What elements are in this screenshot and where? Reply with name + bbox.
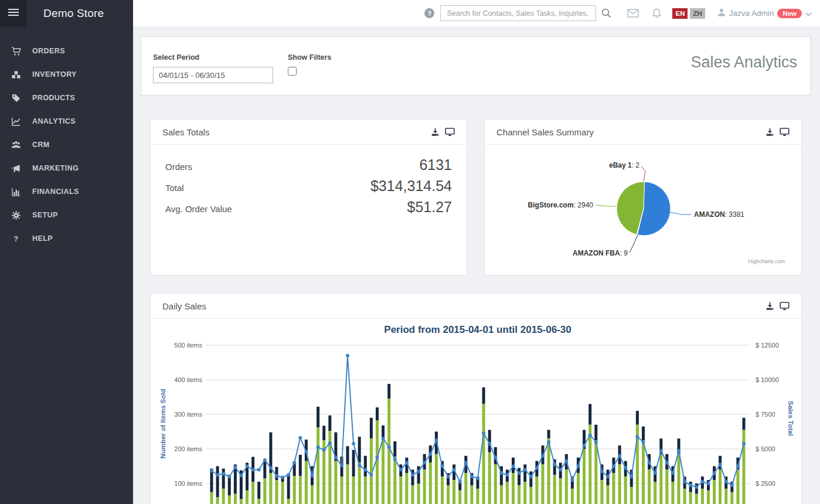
period-input[interactable]: [153, 67, 273, 83]
filter-panel: Select Period Show Filters Sales Analyti…: [141, 36, 811, 96]
stat-label: Avg. Order Value: [165, 204, 232, 214]
select-period-group: Select Period: [153, 53, 273, 83]
svg-text:$ 5000: $ 5000: [756, 445, 775, 452]
user-name: Jazva Admin: [729, 9, 774, 18]
download-icon[interactable]: [765, 128, 774, 137]
show-filters-group: Show Filters: [288, 53, 331, 78]
show-filters-checkbox[interactable]: [288, 67, 297, 76]
daily-sales-chart: 500 items$ 12500400 items$ 10000300 item…: [151, 319, 801, 504]
svg-text:200 items: 200 items: [174, 445, 202, 452]
sidebar-item-label: INVENTORY: [32, 70, 77, 79]
sales-totals-header: Sales Totals: [151, 120, 467, 145]
lang-en-button[interactable]: EN: [672, 8, 688, 19]
monitor-icon[interactable]: [780, 302, 790, 311]
line-chart-icon: [0, 117, 32, 127]
svg-text:eBay 1: 2: eBay 1: 2: [609, 161, 639, 169]
svg-text:100 items: 100 items: [174, 480, 202, 487]
mail-icon[interactable]: [627, 9, 639, 18]
search-icon[interactable]: [601, 8, 612, 19]
store-title: Demo Store: [26, 0, 104, 26]
svg-text:AMAZON FBA: 9: AMAZON FBA: 9: [573, 249, 628, 257]
stat-value: $314,314.54: [370, 178, 452, 195]
sidebar-item-crm[interactable]: CRM: [0, 133, 133, 156]
question-icon: ?: [0, 234, 32, 243]
svg-text:Number of Items Sold: Number of Items Sold: [159, 389, 166, 459]
sales-totals-card: Sales Totals Orders 6131 Total $314,314.…: [150, 119, 467, 275]
sidebar: Demo Store ORDERS INVENTORY PRODUCTS ANA…: [0, 0, 133, 504]
svg-text:Period from 2015-04-01 until 2: Period from 2015-04-01 until 2015-06-30: [384, 324, 571, 335]
new-badge: New: [777, 9, 802, 18]
cubes-icon: [0, 70, 32, 80]
svg-text:$ 2500: $ 2500: [756, 480, 775, 487]
sidebar-item-label: ORDERS: [32, 47, 65, 55]
lang-zh-button[interactable]: ZH: [690, 8, 705, 19]
svg-text:300 items: 300 items: [174, 411, 202, 418]
show-filters-label: Show Filters: [288, 53, 331, 62]
sidebar-item-orders[interactable]: ORDERS: [0, 39, 133, 63]
help-icon[interactable]: ?: [424, 8, 434, 18]
channel-sales-header: Channel Sales Summary: [485, 120, 801, 145]
monitor-icon[interactable]: [780, 128, 790, 137]
daily-sales-header: Daily Sales: [151, 294, 801, 319]
megaphone-icon: [0, 164, 32, 173]
card-title: Channel Sales Summary: [496, 127, 594, 137]
stat-row-avg-order-value: Avg. Order Value $51.27: [165, 199, 452, 220]
card-title: Daily Sales: [162, 301, 206, 311]
sidebar-item-help[interactable]: ? HELP: [0, 227, 133, 250]
user-avatar-icon: [717, 8, 726, 19]
sidebar-item-label: HELP: [32, 234, 53, 243]
main-content: Select Period Show Filters Sales Analyti…: [133, 26, 820, 504]
notifications-bell-icon[interactable]: [652, 8, 662, 19]
hamburger-icon: [8, 8, 19, 19]
daily-sales-card: Daily Sales 500 items$ 12500400 items$ 1…: [150, 293, 802, 504]
search-input[interactable]: [440, 5, 596, 21]
stat-label: Total: [165, 183, 184, 193]
sidebar-item-label: FINANCIALS: [32, 188, 79, 196]
sidebar-item-label: ANALYTICS: [32, 117, 76, 125]
card-title: Sales Totals: [162, 127, 210, 137]
sidebar-item-analytics[interactable]: ANALYTICS: [0, 110, 133, 133]
stat-row-orders: Orders 6131: [165, 156, 452, 178]
svg-text:500 items: 500 items: [174, 342, 202, 349]
sidebar-header: Demo Store: [0, 0, 133, 26]
user-menu[interactable]: Jazva Admin New: [717, 8, 812, 19]
cart-icon: [0, 46, 32, 56]
topbar: ? EN ZH Jazva Admin New: [133, 0, 820, 26]
sidebar-item-label: PRODUCTS: [32, 94, 75, 102]
select-period-label: Select Period: [153, 53, 273, 62]
sidebar-item-label: MARKETING: [32, 164, 79, 172]
tag-icon: [0, 93, 32, 103]
stat-value: 6131: [419, 156, 452, 173]
svg-text:$ 7500: $ 7500: [756, 411, 775, 418]
svg-text:Highcharts.com: Highcharts.com: [748, 258, 785, 264]
stat-row-total: Total $314,314.54: [165, 178, 452, 199]
sidebar-item-setup[interactable]: SETUP: [0, 203, 133, 227]
menu-toggle-button[interactable]: [0, 0, 26, 26]
svg-text:AMAZON: 3381: AMAZON: 3381: [694, 210, 744, 219]
stat-label: Orders: [165, 162, 192, 172]
svg-text:$ 12500: $ 12500: [756, 342, 779, 349]
sidebar-item-financials[interactable]: FINANCIALS: [0, 180, 133, 203]
sidebar-item-products[interactable]: PRODUCTS: [0, 86, 133, 110]
channel-pie-chart: eBay 1: 2AMAZON: 3381AMAZON FBA: 9BigSto…: [485, 145, 801, 277]
gear-icon: [0, 210, 32, 220]
page-title: Sales Analytics: [690, 53, 797, 71]
chevron-down-icon: [805, 8, 812, 19]
svg-text:Sales Total: Sales Total: [787, 401, 794, 436]
svg-text:$ 10000: $ 10000: [756, 376, 779, 383]
bar-chart-icon: [0, 187, 32, 197]
sidebar-item-marketing[interactable]: MARKETING: [0, 156, 133, 180]
sidebar-nav: ORDERS INVENTORY PRODUCTS ANALYTICS CRM: [0, 26, 133, 250]
users-icon: [0, 140, 32, 150]
download-icon[interactable]: [765, 302, 774, 311]
sales-totals-body: Orders 6131 Total $314,314.54 Avg. Order…: [151, 145, 467, 220]
sidebar-item-label: CRM: [32, 141, 50, 149]
sidebar-item-label: SETUP: [32, 211, 58, 219]
channel-sales-card: Channel Sales Summary eBay 1: 2AMAZON: 3…: [484, 119, 802, 275]
download-icon[interactable]: [431, 128, 440, 137]
svg-text:BigStore.com: 2940: BigStore.com: 2940: [528, 201, 594, 209]
stat-value: $51.27: [407, 199, 452, 216]
sidebar-item-inventory[interactable]: INVENTORY: [0, 63, 133, 86]
monitor-icon[interactable]: [445, 128, 455, 137]
svg-text:400 items: 400 items: [174, 376, 202, 383]
